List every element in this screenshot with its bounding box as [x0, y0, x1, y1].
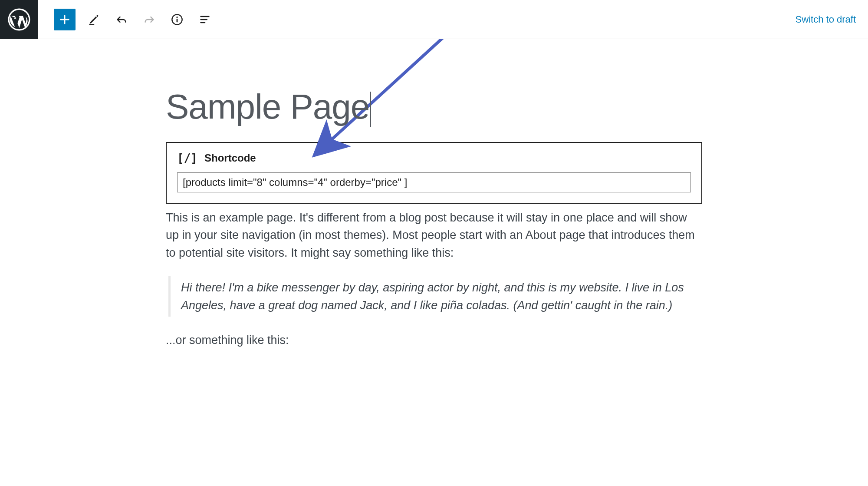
editor-content: Sample Page [/] Shortcode This is an exa…	[143, 39, 725, 375]
quote-text: Hi there! I'm a bike messenger by day, a…	[181, 279, 702, 314]
svg-point-3	[176, 17, 178, 18]
svg-rect-4	[177, 19, 178, 22]
text-cursor	[370, 92, 371, 127]
page-title-text: Sample Page	[166, 87, 369, 126]
wordpress-icon	[8, 8, 30, 31]
undo-button[interactable]	[112, 10, 131, 29]
svg-rect-1	[89, 24, 95, 25]
shortcode-input-wrap[interactable]	[177, 172, 691, 192]
quote-block[interactable]: Hi there! I'm a bike messenger by day, a…	[168, 276, 702, 317]
plus-icon	[59, 13, 71, 26]
details-button[interactable]	[168, 10, 187, 29]
shortcode-input[interactable]	[183, 176, 685, 188]
secondary-paragraph[interactable]: ...or something like this:	[166, 331, 702, 349]
page-title[interactable]: Sample Page	[166, 87, 371, 127]
add-block-button[interactable]	[54, 9, 76, 30]
intro-paragraph[interactable]: This is an example page. It's different …	[166, 209, 702, 262]
undo-icon	[115, 13, 128, 26]
switch-to-draft-button[interactable]: Switch to draft	[796, 14, 868, 25]
redo-button[interactable]	[140, 10, 159, 29]
editor-top-bar: Switch to draft	[0, 0, 868, 39]
editor-toolbar: Switch to draft	[38, 9, 868, 30]
info-icon	[171, 13, 183, 26]
wordpress-logo[interactable]	[0, 0, 38, 39]
pencil-icon	[88, 13, 100, 26]
shortcode-block[interactable]: [/] Shortcode	[166, 142, 702, 204]
list-view-icon	[199, 13, 211, 26]
shortcode-header: [/] Shortcode	[177, 152, 691, 165]
shortcode-icon: [/]	[177, 152, 197, 165]
editor-canvas[interactable]: Sample Page [/] Shortcode This is an exa…	[0, 39, 868, 486]
outline-button[interactable]	[195, 10, 214, 29]
edit-mode-button[interactable]	[84, 10, 103, 29]
redo-icon	[143, 13, 155, 26]
shortcode-label: Shortcode	[204, 152, 256, 164]
